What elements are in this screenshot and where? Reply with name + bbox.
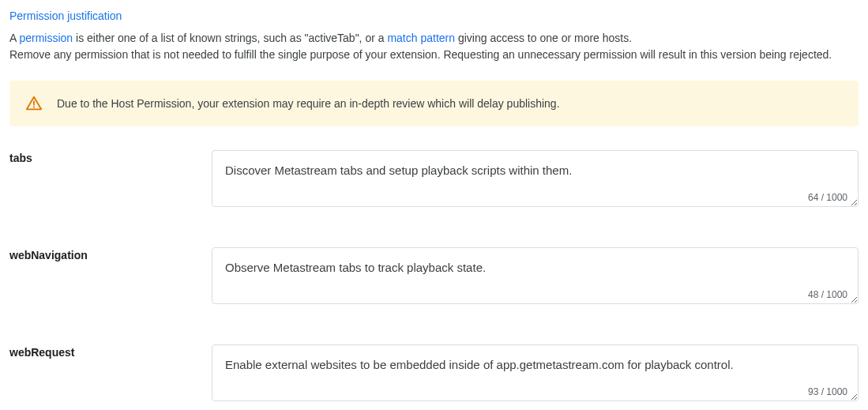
textarea-wrapper: 93 / 1000 <box>212 344 859 404</box>
permission-label: webNavigation <box>9 247 212 261</box>
warning-text: Due to the Host Permission, your extensi… <box>57 97 560 110</box>
desc-text-line2: Remove any permission that is not needed… <box>9 48 832 61</box>
permission-row-webrequest: webRequest 93 / 1000 <box>9 344 859 404</box>
warning-icon <box>25 95 43 112</box>
match-pattern-link[interactable]: match pattern <box>387 32 455 44</box>
justification-input-webrequest[interactable] <box>212 344 859 401</box>
justification-input-webnavigation[interactable] <box>212 247 859 304</box>
warning-banner: Due to the Host Permission, your extensi… <box>9 81 859 126</box>
desc-text: A <box>9 32 19 44</box>
permission-row-tabs: tabs 64 / 1000 <box>9 150 859 209</box>
justification-input-tabs[interactable] <box>212 150 859 207</box>
section-description: A permission is either one of a list of … <box>9 30 859 63</box>
section-title: Permission justification <box>9 9 859 22</box>
permission-label: tabs <box>9 150 212 164</box>
desc-text: is either one of a list of known strings… <box>73 32 387 44</box>
textarea-wrapper: 64 / 1000 <box>212 150 859 209</box>
permission-label: webRequest <box>9 344 212 359</box>
permission-link[interactable]: permission <box>19 32 73 44</box>
permission-row-webnavigation: webNavigation 48 / 1000 <box>9 247 859 307</box>
textarea-wrapper: 48 / 1000 <box>212 247 859 307</box>
svg-point-1 <box>33 106 35 107</box>
desc-text: giving access to one or more hosts. <box>455 32 632 44</box>
